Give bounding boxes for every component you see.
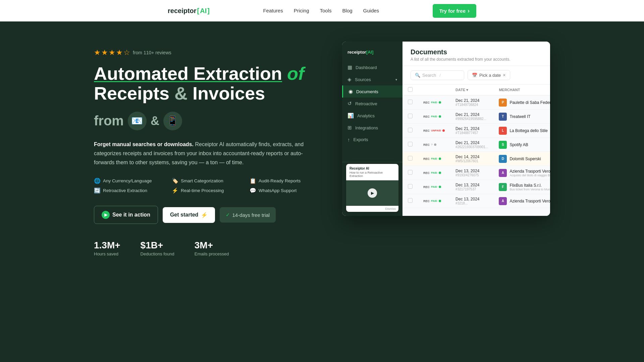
check-icon: ✓ [226,212,230,218]
page-wrapper: receiptor [ AI ] Features Pricing Tools … [0,0,644,270]
row-merchant: L La Bottega dello Stile [493,124,550,138]
row-merchant: T Treatwell IT [493,110,550,124]
search-icon: 🔍 [415,73,420,78]
star-2: ★ [101,48,108,57]
pill-audit-label: Audit-Ready Reports [259,178,301,183]
trial-button[interactable]: ✓ 14-days free trial [220,207,276,223]
stars: ★ ★ ★ ★ ☆ [94,48,130,57]
star-half: ☆ [123,48,130,57]
pill-categorization-label: Smart Categorization [181,178,223,183]
nav-tools[interactable]: Tools [320,8,332,13]
stat-hours-label: Hours saved [94,251,120,256]
headline-receipts: Receipts [94,83,174,103]
get-started-button[interactable]: Get started ⚡ [163,207,215,223]
sidebar-item-documents[interactable]: ◉ Documents [342,85,402,98]
stat-deductions-number: $1B+ [141,240,174,251]
tag-icon: 🏷️ [172,178,178,184]
sidebar-item-sources[interactable]: ◈ Sources ▾ [342,73,402,85]
video-dismiss-button[interactable]: Dismiss [346,206,398,212]
pill-audit: 📋 Audit-Ready Reports [250,178,322,184]
and-symbol: & [151,114,159,128]
video-thumbnail[interactable]: ▶ [346,180,398,206]
pill-retroactive-label: Retroactive Extraction [103,188,147,193]
pill-whatsapp-label: WhatsApp Support [259,188,297,193]
merchant-logo: D [499,155,507,163]
row-type: REC PAID [418,110,450,124]
search-box[interactable]: 🔍 Search / [411,70,464,80]
nav-cta-button[interactable]: Try for free [433,4,476,18]
exports-icon: ↑ [347,137,350,142]
sidebar-retroactive-label: Retroactive [355,101,377,106]
select-all-checkbox[interactable] [408,87,413,92]
search-placeholder: Search [422,73,436,78]
row-checkbox[interactable] [402,110,418,124]
app-logo-text: receiptor[AI] [347,50,373,55]
play-button[interactable]: ▶ [368,188,377,198]
sidebar-analytics-label: Analytics [357,113,375,118]
row-date: Dec 13, 2024 #9193/4276075 [450,166,493,180]
row-checkbox[interactable] [402,124,418,138]
nav-blog[interactable]: Blog [342,8,353,13]
app-toolbar: 🔍 Search / 📅 Pick a date × [402,66,550,84]
pill-categorization: 🏷️ Smart Categorization [172,178,244,184]
merchant-logo: A [499,169,507,177]
stat-emails: 3M+ Emails processed [195,240,229,256]
headline: Automated Extraction of Receipts & Invoi… [94,64,322,104]
logo-bracket-close: ] [207,7,210,15]
whatsapp-icon: 📱 [167,115,178,126]
col-type [418,84,450,96]
star-1: ★ [94,48,101,57]
row-merchant: D Dolomiti Superski [493,152,550,166]
stars-row: ★ ★ ★ ★ ☆ from 110+ reviews [94,48,322,57]
retroactive-icon: 🔄 [94,187,101,194]
stat-deductions: $1B+ Deductions found [141,240,174,256]
video-card-header: Receiptor AI How to run a Retroactive Ex… [346,164,398,180]
date-clear-button[interactable]: × [503,72,505,78]
headline-amp: & [174,83,193,103]
headline-of: of [287,63,304,83]
row-checkbox[interactable] [402,96,418,110]
merchant-logo: S [499,141,507,149]
sidebar-item-integrations[interactable]: ⊞ Integrations [342,122,402,134]
row-checkbox[interactable] [402,194,418,208]
nav-guides[interactable]: Guides [363,8,379,13]
stat-hours-number: 1.3M+ [94,240,120,251]
trial-label: 14-days free trial [232,212,270,218]
nav-pricing[interactable]: Pricing [294,8,309,13]
icon-row: from 📧 & 📱 [94,112,322,130]
row-checkbox[interactable] [402,138,418,152]
app-main-title: Documents [411,48,542,56]
sidebar-item-retroactive[interactable]: ↺ Retroactive [342,98,402,110]
realtime-icon: ⚡ [172,187,178,194]
nav-features[interactable]: Features [263,8,283,13]
sidebar-item-analytics[interactable]: 📊 Analytics [342,110,402,122]
app-logo-ai: AI [368,50,372,55]
see-action-button[interactable]: ▶ See it in action [94,206,158,224]
see-action-label: See it in action [112,212,150,218]
hero-right: receiptor[AI] ▦ Dashboard ◈ Sources ▾ [342,42,550,256]
pill-realtime: ⚡ Real-time Processing [172,187,244,194]
stat-hours: 1.3M+ Hours saved [94,240,120,256]
table-row: REC PAID Dec 21, 2024 #99926419595882...… [402,110,550,124]
from-text: from [94,113,124,128]
col-date[interactable]: DATE ▾ [450,84,493,96]
sources-icon: ◈ [347,76,352,82]
sidebar-integrations-label: Integrations [355,125,378,130]
documents-icon: ◉ [348,88,353,95]
video-card-subtitle: How to run a Retroactive Extraction [350,171,395,178]
sidebar-item-exports[interactable]: ↑ Exports [342,134,402,145]
navbar: receiptor [ AI ] Features Pricing Tools … [161,0,483,21]
row-date: Dec 13, 2024 #3218... [450,194,493,208]
table-row: REC UNPAID Dec 21, 2024 #T1848877457 L L… [402,124,550,138]
row-checkbox[interactable] [402,180,418,194]
row-checkbox[interactable] [402,166,418,180]
date-picker-label: Pick a date [479,73,501,78]
row-checkbox[interactable] [402,152,418,166]
sidebar-item-dashboard[interactable]: ▦ Dashboard [342,61,402,73]
row-date: Dec 21, 2024 #99926419595882... [450,110,493,124]
video-card-brand: Receiptor AI [350,167,395,170]
logo[interactable]: receiptor [ AI ] [168,7,210,15]
hero-left: ★ ★ ★ ★ ☆ from 110+ reviews Automated Ex… [94,42,322,256]
headline-invoices: Invoices [193,83,265,103]
date-picker[interactable]: 📅 Pick a date × [468,70,510,80]
